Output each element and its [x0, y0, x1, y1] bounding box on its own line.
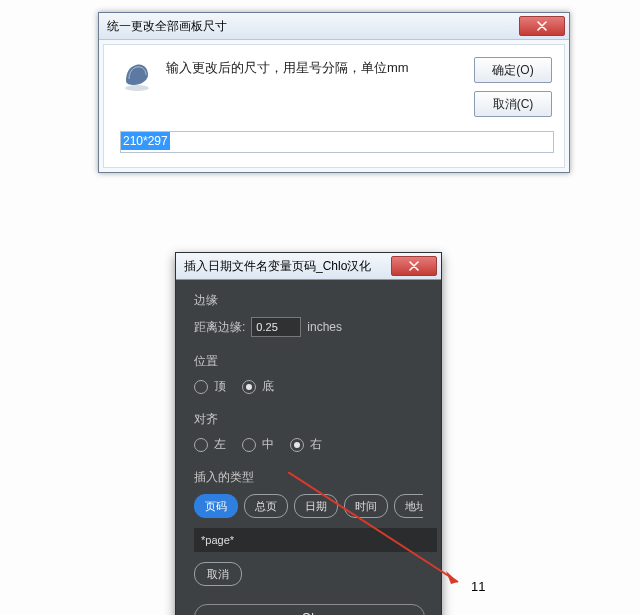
radio-center-label: 中 [262, 436, 274, 453]
margin-value: 0.25 [256, 321, 277, 333]
dialog2-body: 边缘 距离边缘: 0.25 inches 位置 顶 底 对齐 [176, 280, 441, 615]
radio-bottom[interactable]: 底 [242, 378, 274, 395]
radio-top-label: 顶 [214, 378, 226, 395]
resize-artboards-dialog: 统一更改全部画板尺寸 输入更改后的尺寸，用星号分隔，单位mm 确定(O) 取消(… [98, 12, 570, 173]
script-icon [120, 59, 154, 93]
pill-page[interactable]: 页码 [194, 494, 238, 518]
cancel-button[interactable]: 取消 [194, 562, 242, 586]
radio-center[interactable]: 中 [242, 436, 274, 453]
size-input-value: 210*297 [121, 132, 170, 150]
page-number: 11 [471, 579, 485, 594]
cancel-button[interactable]: 取消(C) [474, 91, 552, 117]
pill-date[interactable]: 日期 [294, 494, 338, 518]
margin-label: 距离边缘: [194, 319, 245, 336]
dialog2-titlebar[interactable]: 插入日期文件名变量页码_Chlo汉化 [176, 253, 441, 280]
section-align: 对齐 左 中 右 [194, 411, 423, 453]
margin-unit: inches [307, 320, 342, 334]
section-align-title: 对齐 [194, 411, 423, 428]
pill-path[interactable]: 地址 [394, 494, 423, 518]
close-icon[interactable] [391, 256, 437, 276]
size-input[interactable]: 210*297 [120, 131, 554, 153]
section-margin: 边缘 距离边缘: 0.25 inches [194, 292, 423, 337]
insert-input[interactable]: *page* [194, 528, 437, 552]
dialog1-prompt: 输入更改后的尺寸，用星号分隔，单位mm [166, 57, 464, 77]
radio-right[interactable]: 右 [290, 436, 322, 453]
radio-bottom-label: 底 [262, 378, 274, 395]
radio-icon [242, 380, 256, 394]
section-position-title: 位置 [194, 353, 423, 370]
section-insert-title: 插入的类型 [194, 469, 423, 486]
radio-icon [290, 438, 304, 452]
section-margin-title: 边缘 [194, 292, 423, 309]
margin-input[interactable]: 0.25 [251, 317, 301, 337]
svg-point-0 [125, 85, 149, 91]
radio-left[interactable]: 左 [194, 436, 226, 453]
section-insert: 插入的类型 页码 总页 日期 时间 地址 文件名 *page* 取消 Ok [194, 469, 423, 615]
insert-input-value: *page* [201, 534, 234, 546]
insert-variable-dialog: 插入日期文件名变量页码_Chlo汉化 边缘 距离边缘: 0.25 inches … [175, 252, 442, 615]
radio-left-label: 左 [214, 436, 226, 453]
svg-marker-2 [446, 571, 458, 584]
dialog1-body: 输入更改后的尺寸，用星号分隔，单位mm 确定(O) 取消(C) 210*297 [103, 44, 565, 168]
dialog1-titlebar[interactable]: 统一更改全部画板尺寸 [99, 13, 569, 40]
pill-total[interactable]: 总页 [244, 494, 288, 518]
ok-button[interactable]: 确定(O) [474, 57, 552, 83]
radio-icon [194, 438, 208, 452]
radio-icon [194, 380, 208, 394]
radio-icon [242, 438, 256, 452]
pill-time[interactable]: 时间 [344, 494, 388, 518]
dialog1-title: 统一更改全部画板尺寸 [107, 18, 519, 35]
close-icon[interactable] [519, 16, 565, 36]
section-position: 位置 顶 底 [194, 353, 423, 395]
dialog2-title: 插入日期文件名变量页码_Chlo汉化 [184, 258, 391, 275]
ok-button[interactable]: Ok [194, 604, 425, 615]
radio-right-label: 右 [310, 436, 322, 453]
radio-top[interactable]: 顶 [194, 378, 226, 395]
